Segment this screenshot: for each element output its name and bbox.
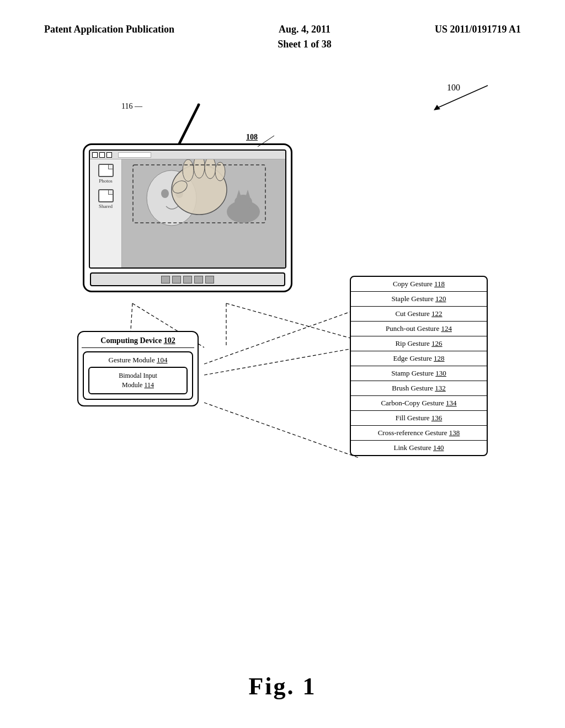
svg-line-26 [204,347,359,375]
photos-label: Photos [99,178,113,184]
svg-point-14 [205,159,216,179]
svg-point-9 [161,189,169,198]
shared-icon-shape [98,189,114,202]
publication-label: Patent Application Publication [44,24,174,35]
svg-point-19 [234,195,252,210]
page-header: Patent Application Publication Aug. 4, 2… [0,22,565,52]
shared-label: Shared [99,204,113,209]
monitor-illustration: 108 [66,99,315,298]
dock-item-1 [161,276,170,283]
svg-marker-1 [434,105,440,110]
patent-number-label: US 2011/0191719 A1 [435,24,521,35]
gesture-module-box: Gesture Module 104 Bimodal InputModule 1… [83,351,193,400]
diagram-area: 100 116 — 108 [33,72,532,662]
sheet-label: Sheet 1 of 38 [278,37,332,52]
photos-sidebar-item: Photos [98,164,114,184]
svg-line-6 [258,136,274,147]
svg-line-28 [204,309,359,364]
ref-114: 114 [144,381,154,389]
monitor-dock [90,272,285,286]
computing-device-box: Computing Device 102 Gesture Module 104 … [77,331,199,406]
ref-102: 102 [164,336,175,345]
bimodal-input-box: Bimodal InputModule 114 [88,367,188,394]
svg-point-12 [183,159,194,181]
gesture-item-staple: Staple Gesture 120 [351,292,487,307]
toolbar-addressbar [118,152,151,158]
toolbar-btn-1 [92,152,98,158]
gesture-item-fill: Fill Gesture 136 [351,411,487,426]
dock-item-4 [194,276,203,283]
gesture-item-crossref: Cross-reference Gesture 138 [351,426,487,441]
gesture-item-cut: Cut Gesture 122 [351,307,487,322]
gesture-item-edge: Edge Gesture 128 [351,351,487,366]
gesture-item-punch: Punch-out Gesture 124 [351,322,487,336]
shared-sidebar-item: Shared [98,189,114,209]
screen-sidebar: 112 — Photos [90,159,122,267]
gesture-item-carbon: Carbon-Copy Gesture 134 [351,396,487,411]
header-left: Patent Application Publication [44,22,174,37]
svg-line-27 [204,403,359,458]
screen-area: 112 — Photos [89,149,286,269]
dock-item-3 [183,276,192,283]
gesture-module-label: Gesture Module 104 [87,356,189,365]
gesture-item-brush: Brush Gesture 132 [351,381,487,396]
photo-content-svg [122,159,285,267]
gesture-item-rip: Rip Gesture 126 [351,336,487,351]
toolbar-btn-2 [99,152,105,158]
gesture-item-stamp: Stamp Gesture 130 [351,366,487,381]
computing-device-title: Computing Device 102 [82,336,194,348]
screen-main-content: 110 106 [122,159,285,267]
dock-item-2 [172,276,181,283]
date-label: Aug. 4, 2011 [278,22,332,37]
ref-108-arrow [252,133,280,149]
photos-icon-shape [98,164,114,177]
gesture-item-link: Link Gesture 140 [351,441,487,455]
screen-toolbar [90,151,285,159]
gesture-item-copy: Copy Gesture 118 [351,277,487,292]
svg-line-23 [226,303,364,342]
ref-100-arrow [394,72,504,116]
toolbar-btn-3 [106,152,112,158]
screen-content: 112 — Photos [90,159,285,267]
header-right: US 2011/0191719 A1 [435,22,521,37]
header-center: Aug. 4, 2011 Sheet 1 of 38 [278,22,332,52]
monitor-box: 108 [83,143,292,292]
fig-label: Fig. 1 [248,672,316,700]
svg-line-0 [438,85,488,108]
gesture-list: Copy Gesture 118 Staple Gesture 120 Cut … [350,276,488,456]
ref-104: 104 [157,356,168,364]
dock-item-5 [205,276,214,283]
